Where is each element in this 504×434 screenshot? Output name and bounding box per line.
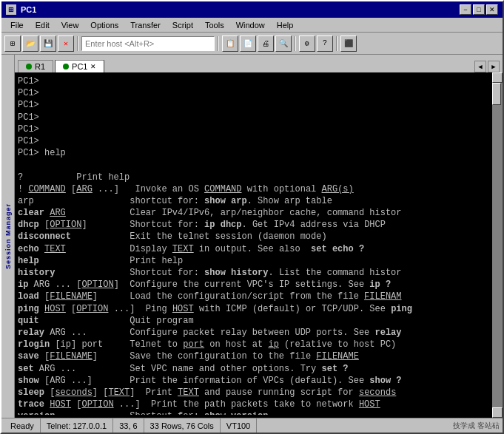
terminal-line: load [FILENAME] Load the configuration/s… [18, 291, 500, 302]
main-window: ⊞ PC1 − □ ✕ File Edit View Options Trans… [0, 0, 504, 434]
status-position-text: 33, 6 [119, 421, 137, 430]
title-bar: ⊞ PC1 − □ ✕ [1, 1, 503, 18]
tab-pc1-close[interactable]: ✕ [90, 63, 96, 70]
scroll-up-btn[interactable]: ▲ [492, 72, 503, 83]
terminal-line: PC1> [18, 123, 500, 135]
window-title: PC1 [21, 5, 36, 14]
terminal-line: echo TEXT Display TEXT in output. See al… [18, 243, 500, 255]
toolbar-close-btn[interactable]: ✕ [58, 35, 74, 52]
session-manager-label: Session Manager [4, 203, 12, 269]
tab-r1-status-dot [26, 64, 32, 69]
terminal-line: PC1> [18, 112, 500, 123]
menu-view[interactable]: View [56, 20, 85, 30]
terminal-line: ip ARG ... [OPTION] Configure the curren… [18, 279, 500, 291]
scroll-track[interactable] [492, 83, 503, 407]
status-dimensions: 33 Rows, 76 Cols [144, 418, 221, 433]
toolbar-paste-btn[interactable]: 📄 [240, 35, 256, 52]
tab-pc1-label: PC1 [72, 62, 87, 71]
terminal-line: PC1> help [18, 147, 500, 159]
toolbar-extra-btn[interactable]: ⬛ [340, 35, 357, 52]
host-input[interactable] [81, 36, 215, 51]
menu-transfer[interactable]: Transfer [124, 20, 167, 30]
menu-edit[interactable]: Edit [30, 20, 56, 30]
status-ready-text: Ready [10, 421, 34, 430]
toolbar-copy-btn[interactable]: 📋 [222, 35, 238, 52]
maximize-button[interactable]: □ [473, 4, 485, 15]
terminal-line: version Shortcut for: show version [18, 410, 500, 415]
toolbar-sep2 [218, 36, 219, 51]
toolbar-settings-btn[interactable]: ⚙ [299, 35, 315, 52]
terminal-line: trace HOST [OPTION ...] Print the path p… [18, 399, 500, 410]
main-area: Session Manager R1 PC1 ✕ ◀ [1, 55, 503, 418]
status-position: 33, 6 [113, 418, 144, 433]
toolbar-save-btn[interactable]: 💾 [40, 35, 56, 52]
status-terminal-type: VT100 [221, 418, 257, 433]
terminal-content: PC1> PC1> PC1> PC1> PC1> PC1> PC1> help … [18, 75, 500, 415]
menu-help[interactable]: Help [271, 20, 300, 30]
terminal-line: PC1> [18, 75, 500, 87]
title-bar-left: ⊞ PC1 [6, 4, 36, 15]
toolbar-sep1 [77, 36, 78, 51]
terminal-line: sleep [seconds] [TEXT] Print TEXT and pa… [18, 387, 500, 399]
menu-file[interactable]: File [4, 20, 30, 30]
tab-nav-prev[interactable]: ◀ [474, 61, 486, 72]
session-sidebar: Session Manager [1, 55, 15, 418]
tab-r1-label: R1 [35, 62, 45, 71]
status-telnet: Telnet: 127.0.0.1 [41, 418, 113, 433]
status-terminal-type-text: VT100 [226, 421, 250, 430]
app-icon: ⊞ [6, 4, 16, 15]
toolbar-help-btn[interactable]: ? [317, 35, 333, 52]
terminal-line: ! COMMAND [ARG ...] Invoke an OS COMMAND… [18, 183, 500, 195]
status-telnet-text: Telnet: 127.0.0.1 [47, 421, 107, 430]
terminal-line: ping HOST [OPTION ...] Ping HOST with IC… [18, 303, 500, 315]
terminal-line: PC1> [18, 135, 500, 147]
close-button[interactable]: ✕ [486, 4, 498, 15]
content-area: R1 PC1 ✕ ◀ ▶ PC1> PC1> [15, 55, 503, 418]
toolbar-new-btn[interactable]: ⊞ [4, 35, 21, 52]
terminal-line: show [ARG ...] Print the information of … [18, 375, 500, 387]
menu-bar: File Edit View Options Transfer Script T… [1, 18, 503, 33]
status-bar: Ready Telnet: 127.0.0.1 33, 6 33 Rows, 7… [1, 418, 503, 433]
status-dimensions-text: 33 Rows, 76 Cols [150, 421, 214, 430]
terminal-area[interactable]: PC1> PC1> PC1> PC1> PC1> PC1> PC1> help … [15, 72, 503, 418]
toolbar-open-btn[interactable]: 📂 [22, 35, 38, 52]
status-extra: 技学成 客站砧 [453, 421, 500, 431]
terminal-line: rlogin [ip] port Telnet to port on host … [18, 339, 500, 350]
menu-window[interactable]: Window [230, 20, 271, 30]
tab-nav: ◀ ▶ [474, 61, 503, 72]
terminal-line: PC1> [18, 87, 500, 99]
toolbar-print-btn[interactable]: 🖨 [258, 35, 274, 52]
terminal-line: PC1> [18, 99, 500, 111]
terminal-scrollbar[interactable]: ▲ ▼ [492, 72, 503, 418]
terminal-line: help Print help [18, 255, 500, 267]
title-controls: − □ ✕ [460, 4, 498, 15]
terminal-line: save [FILENAME] Save the configuration t… [18, 350, 500, 362]
terminal-line: quit Quit program [18, 315, 500, 327]
terminal-line: set ARG ... Set VPC name and other optio… [18, 363, 500, 375]
scroll-thumb[interactable] [492, 83, 501, 105]
status-extra-text: 技学成 客站砧 [453, 421, 500, 431]
terminal-line: relay ARG ... Configure packet relay bet… [18, 327, 500, 339]
tab-nav-next[interactable]: ▶ [488, 61, 500, 72]
toolbar-sep4 [336, 36, 337, 51]
minimize-button[interactable]: − [460, 4, 471, 15]
tab-pc1-status-dot [63, 64, 69, 69]
tab-bar-left: R1 PC1 ✕ [18, 60, 106, 72]
toolbar-find-btn[interactable]: 🔍 [275, 35, 292, 52]
terminal-line [18, 159, 500, 171]
terminal-line: history Shortcut for: show history. List… [18, 267, 500, 279]
terminal-line: disconnect Exit the telnet session (daem… [18, 231, 500, 243]
terminal-line: clear ARG Clear IPv4/IPv6, arp/neighbor … [18, 207, 500, 219]
terminal-line: arp shortcut for: show arp. Show arp tab… [18, 195, 500, 207]
toolbar: ⊞ 📂 💾 ✕ 📋 📄 🖨 🔍 ⚙ ? ⬛ [1, 33, 503, 55]
status-ready: Ready [4, 418, 41, 433]
scroll-down-btn[interactable]: ▼ [492, 407, 503, 418]
menu-tools[interactable]: Tools [199, 20, 230, 30]
toolbar-sep3 [295, 36, 296, 51]
menu-script[interactable]: Script [167, 20, 199, 30]
tab-pc1[interactable]: PC1 ✕ [55, 60, 104, 72]
menu-options[interactable]: Options [84, 20, 124, 30]
terminal-line: ? Print help [18, 172, 500, 183]
tab-r1[interactable]: R1 [18, 60, 53, 72]
tab-bar: R1 PC1 ✕ ◀ ▶ [15, 55, 503, 72]
